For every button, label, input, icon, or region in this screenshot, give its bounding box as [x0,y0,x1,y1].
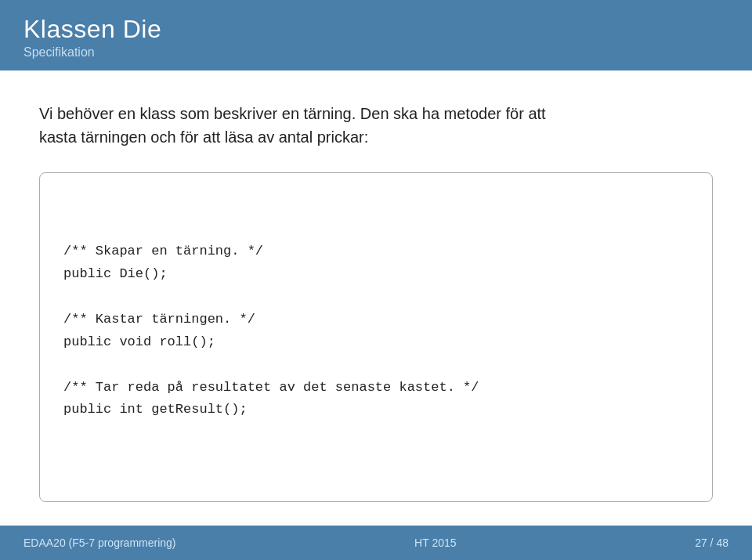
footer-page: 27 / 48 [695,537,728,549]
code-comment-1: /** Skapar en tärning. */ [63,244,263,258]
footer-semester: HT 2015 [414,537,456,549]
code-block: /** Skapar en tärning. */ public Die(); … [39,172,713,502]
code-comment-3: /** Tar reda på resultatet av det senast… [63,380,479,395]
slide-footer: EDAA20 (F5-7 programmering) HT 2015 27 /… [0,526,752,560]
slide-body: Vi behöver en klass som beskriver en tär… [0,70,752,526]
intro-paragraph: Vi behöver en klass som beskriver en tär… [39,102,713,149]
code-section-1: /** Skapar en tärning. */ public Die(); … [63,240,689,421]
code-content: /** Skapar en tärning. */ public Die(); … [63,195,689,471]
code-comment-2: /** Kastar tärningen. */ [63,312,255,327]
slide-header: Klassen Die Specifikation [0,0,752,70]
slide-title: Klassen Die [24,14,728,44]
intro-line2: kasta tärningen och för att läsa av anta… [39,128,368,146]
slide-subtitle: Specifikation [24,45,728,60]
code-line-1: public Die(); [63,266,168,281]
footer-course: EDAA20 (F5-7 programmering) [24,537,176,549]
code-line-2: public void roll(); [63,334,215,349]
intro-line1: Vi behöver en klass som beskriver en tär… [39,105,546,122]
code-line-3: public int getResult(); [63,402,248,417]
